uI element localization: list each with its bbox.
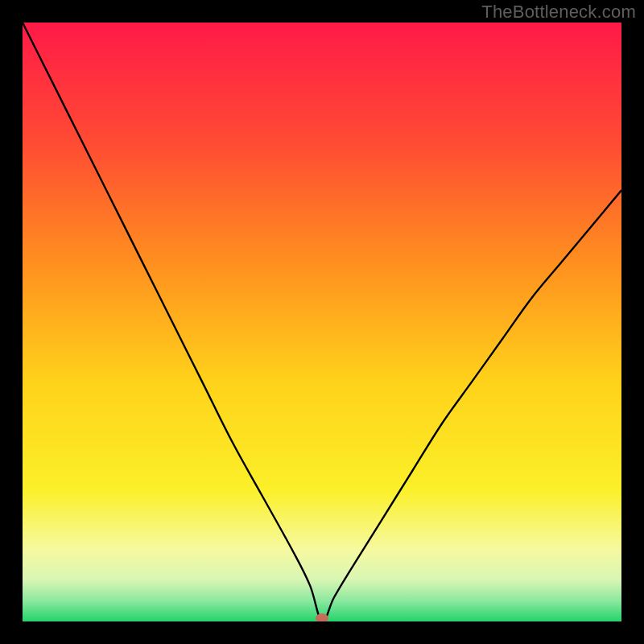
chart-frame: TheBottleneck.com xyxy=(0,0,644,644)
bottleneck-chart xyxy=(23,23,621,621)
watermark-text: TheBottleneck.com xyxy=(481,2,636,23)
gradient-background xyxy=(23,23,621,621)
plot-area xyxy=(23,23,621,621)
